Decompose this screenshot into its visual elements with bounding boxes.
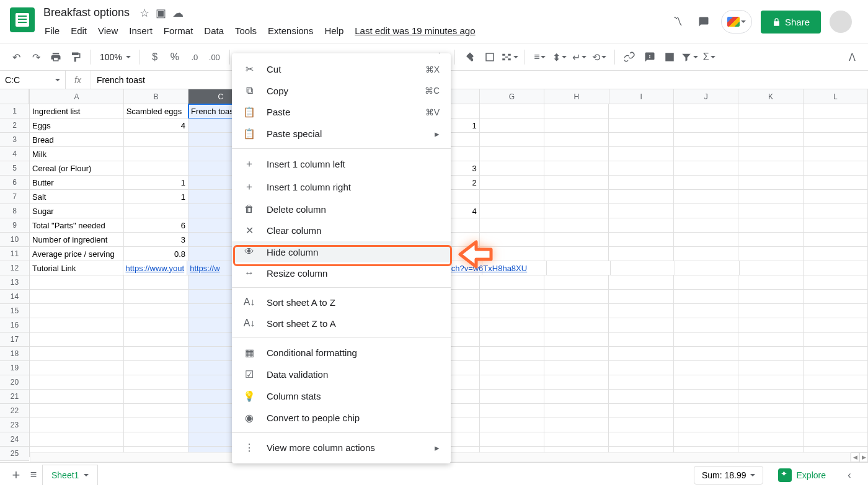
menu-insert[interactable]: Insert [124, 23, 157, 38]
row-header-12[interactable]: 12 [0, 261, 29, 275]
cell-A21[interactable] [30, 390, 124, 404]
chart-icon[interactable] [661, 48, 678, 66]
ctx-paste[interactable]: 📋Paste⌘V [232, 101, 451, 123]
cell-L7[interactable] [804, 190, 868, 204]
cell-L2[interactable] [804, 118, 868, 133]
cell-I6[interactable] [609, 176, 673, 190]
cell-H10[interactable] [544, 233, 609, 247]
cell-J7[interactable] [674, 190, 738, 204]
cell-L5[interactable] [804, 161, 868, 176]
cell-G20[interactable] [480, 375, 544, 390]
cell-K23[interactable] [738, 418, 803, 432]
row-header-23[interactable]: 23 [0, 418, 29, 432]
cell-A4[interactable]: Milk [30, 147, 124, 161]
ctx-resize-column[interactable]: ↔Resize column [232, 262, 451, 284]
cell-B18[interactable] [124, 347, 188, 361]
ctx-delete-column[interactable]: 🗑Delete column [232, 199, 451, 220]
ctx-insert-1-column-left[interactable]: ＋Insert 1 column left [232, 153, 451, 176]
cell-J6[interactable] [674, 176, 738, 190]
cell-K3[interactable] [738, 133, 803, 147]
col-header-I[interactable]: I [609, 89, 674, 104]
cell-J5[interactable] [674, 161, 738, 176]
cell-I15[interactable] [609, 304, 673, 318]
cell-B12[interactable]: https://www.yout [123, 261, 188, 275]
col-header-B[interactable]: B [124, 89, 188, 104]
cell-L24[interactable] [804, 432, 868, 447]
cell-J9[interactable] [674, 218, 738, 233]
ctx-sort-sheet-z-to-a[interactable]: A↓Sort sheet Z to A [232, 313, 451, 334]
select-all-corner[interactable] [0, 89, 29, 104]
star-icon[interactable]: ☆ [140, 6, 149, 20]
cell-J21[interactable] [674, 390, 738, 404]
cell-A14[interactable] [30, 290, 124, 304]
cell-L20[interactable] [804, 375, 868, 390]
activity-icon[interactable]: 〽 [669, 13, 686, 30]
ctx-column-stats[interactable]: 💡Column stats [232, 385, 451, 407]
ctx-data-validation[interactable]: ☑Data validation [232, 364, 451, 385]
cell-I4[interactable] [609, 147, 673, 161]
cell-H12[interactable] [547, 261, 611, 275]
cell-H2[interactable] [544, 118, 609, 133]
cell-A22[interactable] [30, 404, 124, 418]
cell-B23[interactable] [124, 418, 188, 432]
row-header-8[interactable]: 8 [0, 204, 29, 218]
cell-K13[interactable] [738, 275, 803, 290]
ctx-insert-1-column-right[interactable]: ＋Insert 1 column right [232, 176, 451, 199]
merge-icon[interactable] [501, 48, 518, 66]
row-header-21[interactable]: 21 [0, 390, 29, 404]
account-avatar[interactable] [830, 11, 852, 33]
cell-K17[interactable] [738, 333, 803, 347]
borders-icon[interactable] [481, 48, 498, 66]
row-header-24[interactable]: 24 [0, 432, 29, 447]
functions-icon[interactable]: Σ [701, 48, 718, 66]
cell-K9[interactable] [738, 218, 803, 233]
all-sheets-icon[interactable]: ≡ [25, 467, 42, 484]
cell-K15[interactable] [738, 304, 803, 318]
col-header-K[interactable]: K [738, 89, 803, 104]
cell-J12[interactable] [675, 261, 740, 275]
collapse-toolbar-icon[interactable]: ᐱ [843, 48, 861, 66]
currency-icon[interactable]: $ [146, 48, 164, 66]
sheet-tab[interactable]: Sheet1 [42, 465, 98, 485]
cell-B21[interactable] [124, 390, 188, 404]
cell-G17[interactable] [480, 333, 544, 347]
ctx-conditional-formatting[interactable]: ▦Conditional formatting [232, 342, 451, 364]
col-header-L[interactable]: L [804, 89, 868, 104]
wrap-icon[interactable]: ↵ [571, 48, 588, 66]
cell-H19[interactable] [544, 361, 609, 375]
row-header-2[interactable]: 2 [0, 118, 29, 133]
quick-sum[interactable]: Sum: 18.99 [694, 466, 763, 485]
menu-tools[interactable]: Tools [230, 23, 262, 38]
cell-B9[interactable]: 6 [124, 218, 188, 233]
cell-J17[interactable] [674, 333, 738, 347]
comment-add-icon[interactable] [641, 48, 658, 66]
side-panel-toggle[interactable]: ‹ [841, 467, 858, 484]
cell-A8[interactable]: Sugar [30, 204, 124, 218]
cell-I21[interactable] [609, 390, 673, 404]
row-header-4[interactable]: 4 [0, 147, 29, 161]
cell-H22[interactable] [544, 404, 609, 418]
cell-H16[interactable] [544, 318, 609, 333]
cell-L11[interactable] [804, 247, 868, 261]
cell-J2[interactable] [674, 118, 738, 133]
cell-A24[interactable] [30, 432, 124, 447]
cell-H15[interactable] [544, 304, 609, 318]
menu-extensions[interactable]: Extensions [263, 23, 318, 38]
cell-B2[interactable]: 4 [124, 118, 188, 133]
cell-A16[interactable] [30, 318, 124, 333]
cell-B3[interactable] [124, 133, 188, 147]
ctx-convert-to-people-chip[interactable]: ◉Convert to people chip [232, 407, 451, 429]
cell-K19[interactable] [738, 361, 803, 375]
sheets-logo[interactable] [10, 7, 35, 32]
cell-B16[interactable] [124, 318, 188, 333]
row-header-19[interactable]: 19 [0, 361, 29, 375]
cell-I22[interactable] [609, 404, 673, 418]
cell-K8[interactable] [738, 204, 803, 218]
cell-B1[interactable]: Scambled eggs [124, 104, 188, 118]
cell-L22[interactable] [804, 404, 868, 418]
zoom-select[interactable]: 100% [97, 52, 133, 62]
cell-K5[interactable] [738, 161, 803, 176]
cell-B13[interactable] [124, 275, 188, 290]
doc-title[interactable]: Breakfast options [40, 5, 133, 20]
cell-I11[interactable] [609, 247, 673, 261]
